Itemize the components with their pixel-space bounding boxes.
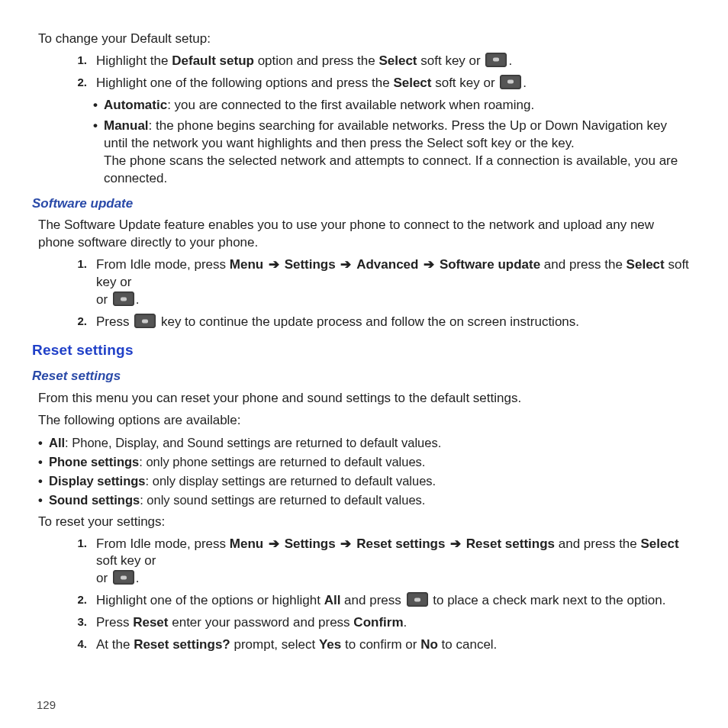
- heading-software-update: Software update: [32, 195, 690, 213]
- opt-phone: •Phone settings: only phone settings are…: [38, 453, 690, 470]
- heading-reset-settings-sub: Reset settings: [32, 368, 690, 385]
- step-text: Highlight one of the options or highligh…: [96, 592, 690, 610]
- sw-step-1: 1. From Idle mode, press Menu ➔ Settings…: [66, 256, 690, 309]
- step-number: 1.: [66, 256, 96, 272]
- step-text: Press Reset enter your password and pres…: [96, 614, 690, 632]
- ok-key-icon: [134, 314, 156, 328]
- page-number: 129: [37, 697, 56, 713]
- reset-para-3: To reset your settings:: [38, 514, 690, 531]
- reset-steps: 1. From Idle mode, press Menu ➔ Settings…: [66, 536, 690, 655]
- ok-key-icon: [485, 53, 507, 67]
- reset-para-1: From this menu you can reset your phone …: [38, 390, 690, 407]
- ok-key-icon: [407, 592, 428, 607]
- step-number: 2.: [66, 75, 96, 90]
- rs-step-2: 2. Highlight one of the options or highl…: [66, 592, 690, 610]
- heading-reset-settings-main: Reset settings: [32, 340, 690, 360]
- step-text: Press key to continue the update process…: [96, 314, 690, 331]
- opt-all: •All: Phone, Display, and Sound settings…: [38, 434, 690, 451]
- option-automatic: • Automatic: you are connected to the fi…: [93, 97, 690, 114]
- network-options: • Automatic: you are connected to the fi…: [93, 97, 690, 188]
- rs-step-4: 4. At the Reset settings? prompt, select…: [66, 636, 690, 654]
- step-number: 3.: [66, 614, 96, 630]
- ok-key-icon: [113, 292, 134, 306]
- step-text: Highlight one of the following options a…: [96, 75, 690, 92]
- step-text: From Idle mode, press Menu ➔ Settings ➔ …: [96, 536, 690, 588]
- reset-options: •All: Phone, Display, and Sound settings…: [38, 434, 690, 509]
- ok-key-icon: [113, 570, 134, 585]
- rs-step-1: 1. From Idle mode, press Menu ➔ Settings…: [66, 536, 690, 588]
- step-2: 2. Highlight one of the following option…: [66, 75, 690, 92]
- software-update-para: The Software Update feature enables you …: [38, 217, 690, 252]
- manual-page: To change your Default setup: 1. Highlig…: [0, 0, 728, 728]
- step-text: From Idle mode, press Menu ➔ Settings ➔ …: [96, 256, 690, 309]
- step-1: 1. Highlight the Default setup option an…: [66, 53, 690, 70]
- reset-para-2: The following options are available:: [38, 412, 690, 430]
- step-number: 4.: [66, 636, 96, 652]
- option-manual: • Manual: the phone begins searching for…: [93, 118, 690, 188]
- step-number: 1.: [66, 536, 96, 551]
- step-text: Highlight the Default setup option and p…: [96, 53, 690, 70]
- default-setup-intro: To change your Default setup:: [38, 31, 690, 48]
- step-number: 1.: [66, 53, 96, 68]
- opt-sound: •Sound settings: only sound settings are…: [38, 491, 690, 508]
- sw-step-2: 2. Press key to continue the update proc…: [66, 314, 690, 331]
- step-number: 2.: [66, 314, 96, 329]
- rs-step-3: 3. Press Reset enter your password and p…: [66, 614, 690, 632]
- ok-key-icon: [500, 75, 521, 89]
- opt-display: •Display settings: only display settings…: [38, 472, 690, 489]
- software-update-steps: 1. From Idle mode, press Menu ➔ Settings…: [66, 256, 690, 331]
- default-setup-steps: 1. Highlight the Default setup option an…: [66, 53, 690, 92]
- step-number: 2.: [66, 592, 96, 607]
- step-text: At the Reset settings? prompt, select Ye…: [96, 636, 690, 654]
